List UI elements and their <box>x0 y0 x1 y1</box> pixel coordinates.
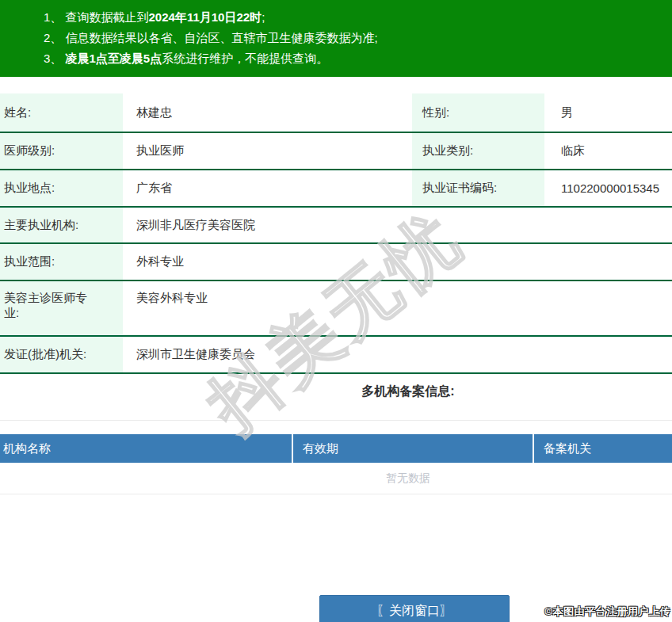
info-row-cosmetic-specialty: 美容主诊医师专业: 美容外科专业 <box>0 281 672 337</box>
field-value-gender: 男 <box>544 93 672 132</box>
notice-line-3: 3、 凌晨1点至凌晨5点系统进行维护，不能提供查询。 <box>44 48 672 69</box>
info-row-name-gender: 姓名: 林建忠 性别: 男 <box>0 93 672 133</box>
info-row-location-certificate: 执业地点: 广东省 执业证书编码: 110220000015345 <box>0 170 672 208</box>
field-value-practice-scope: 外科专业 <box>123 244 672 280</box>
upload-copyright-text: ©本图由平台注册用户上传 <box>544 605 670 619</box>
section-divider <box>0 420 672 421</box>
column-header-filing-authority: 备案机关 <box>533 434 672 463</box>
column-header-institution-name: 机构名称 <box>0 434 292 463</box>
field-label-cosmetic-specialty: 美容主诊医师专业: <box>0 281 123 335</box>
field-value-practice-location: 广东省 <box>123 170 412 206</box>
content: 1、 查询数据截止到2024年11月10日22时; 2、 信息数据结果以各省、自… <box>0 0 672 494</box>
field-label-practice-location: 执业地点: <box>0 170 123 206</box>
empty-data-text: 暂无数据 <box>0 463 672 494</box>
column-header-validity-period: 有效期 <box>292 434 533 463</box>
filing-table-header: 机构名称 有效期 备案机关 <box>0 434 672 463</box>
info-row-level-category: 医师级别: 执业医师 执业类别: 临床 <box>0 133 672 170</box>
info-row-issuing-authority: 发证(批准)机关: 深圳市卫生健康委员会 <box>0 337 672 374</box>
notice-line-1: 1、 查询数据截止到2024年11月10日22时; <box>44 7 672 28</box>
field-label-practice-category: 执业类别: <box>412 133 544 169</box>
filing-section-title: 多机构备案信息: <box>0 382 672 401</box>
notice-line-2: 2、 信息数据结果以各省、自治区、直辖市卫生健康委数据为准; <box>44 28 672 48</box>
practitioner-info-table: 姓名: 林建忠 性别: 男 医师级别: 执业医师 执业类别: 临床 执业地点: … <box>0 93 672 374</box>
field-label-main-institution: 主要执业机构: <box>0 208 123 242</box>
field-value-certificate-number: 110220000015345 <box>544 170 672 206</box>
field-label-issuing-authority: 发证(批准)机关: <box>0 337 123 372</box>
notice-1-tail: ; <box>262 10 265 24</box>
notice-3-tail: 系统进行维护，不能提供查询。 <box>162 52 328 65</box>
field-label-name: 姓名: <box>0 93 123 132</box>
notice-1-bold: 2024年11月10日22时 <box>149 10 262 24</box>
notice-3-bold: 凌晨1点至凌晨5点 <box>66 52 162 65</box>
field-value-cosmetic-specialty: 美容外科专业 <box>123 281 672 335</box>
page: 1、 查询数据截止到2024年11月10日22时; 2、 信息数据结果以各省、自… <box>0 0 672 622</box>
field-value-doctor-level: 执业医师 <box>123 133 412 169</box>
info-row-practice-scope: 执业范围: 外科专业 <box>0 244 672 281</box>
info-row-main-institution: 主要执业机构: 深圳非凡医疗美容医院 <box>0 208 672 244</box>
field-label-doctor-level: 医师级别: <box>0 133 123 169</box>
notice-banner: 1、 查询数据截止到2024年11月10日22时; 2、 信息数据结果以各省、自… <box>0 0 672 77</box>
field-label-practice-scope: 执业范围: <box>0 244 123 280</box>
field-value-issuing-authority: 深圳市卫生健康委员会 <box>123 337 672 372</box>
field-label-gender: 性别: <box>412 93 544 132</box>
field-value-main-institution: 深圳非凡医疗美容医院 <box>123 208 672 242</box>
field-value-name: 林建忠 <box>123 93 412 132</box>
notice-2-text: 2、 信息数据结果以各省、自治区、直辖市卫生健康委数据为准; <box>44 31 378 44</box>
notice-3-text: 3、 <box>44 52 66 65</box>
field-value-practice-category: 临床 <box>544 133 672 169</box>
notice-1-text: 1、 查询数据截止到 <box>44 10 149 24</box>
close-window-button[interactable]: 〖关闭窗口〗 <box>319 595 510 622</box>
field-label-certificate-number: 执业证书编码: <box>412 170 544 206</box>
